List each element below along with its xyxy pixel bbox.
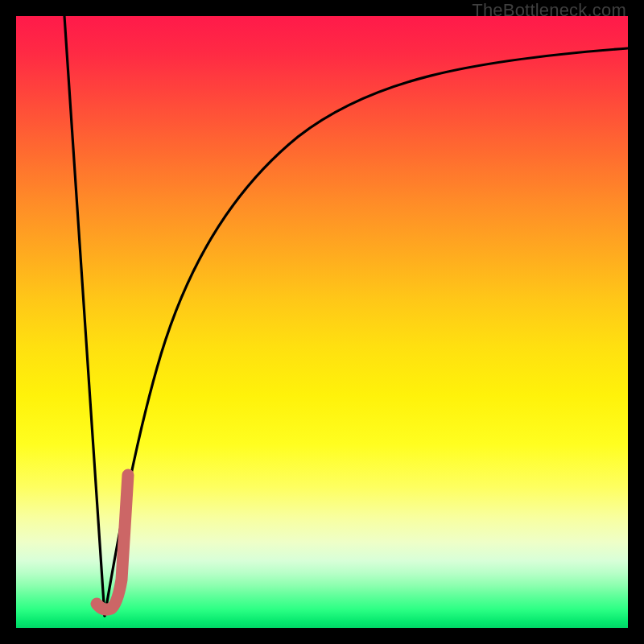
- plot-area: [16, 16, 628, 628]
- chart-frame: TheBottleneck.com: [0, 0, 644, 644]
- highlight-segment: [97, 475, 128, 609]
- curve-layer: [16, 16, 628, 628]
- curve-left: [64, 16, 105, 616]
- curve-right: [105, 48, 628, 616]
